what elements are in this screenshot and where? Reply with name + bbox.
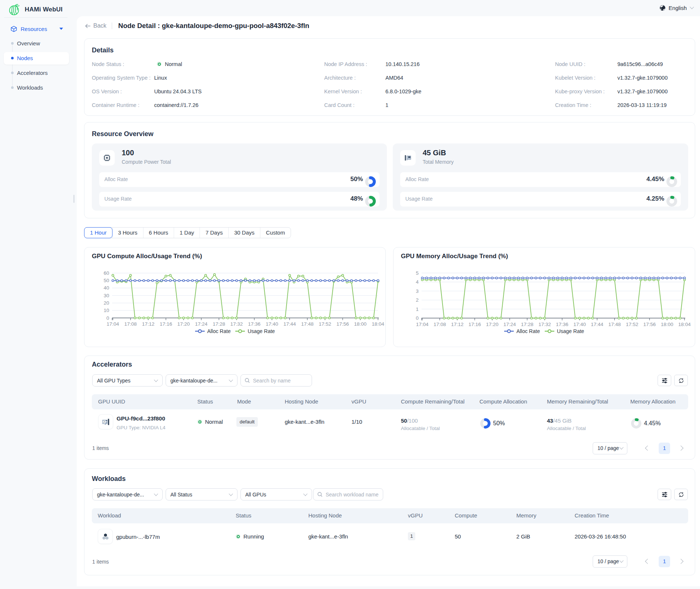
svg-text:17:32: 17:32	[538, 322, 551, 327]
svg-text:17:20: 17:20	[486, 322, 499, 327]
svg-text:18:04: 18:04	[372, 321, 384, 327]
svg-text:1: 1	[416, 306, 419, 312]
svg-text:3: 3	[416, 288, 419, 294]
svg-text:17:44: 17:44	[591, 322, 603, 327]
svg-text:17:08: 17:08	[434, 322, 446, 327]
svg-text:30: 30	[104, 293, 109, 298]
svg-text:17:16: 17:16	[468, 322, 481, 327]
svg-text:50: 50	[104, 278, 109, 283]
svg-text:5: 5	[416, 270, 419, 276]
svg-text:17:36: 17:36	[556, 322, 568, 327]
svg-text:17:08: 17:08	[124, 321, 137, 327]
svg-text:20: 20	[104, 300, 109, 306]
svg-text:17:52: 17:52	[626, 322, 638, 327]
svg-text:17:36: 17:36	[248, 321, 261, 327]
svg-text:17:40: 17:40	[573, 322, 586, 327]
svg-text:40: 40	[104, 285, 109, 291]
svg-text:17:48: 17:48	[301, 321, 313, 327]
svg-text:17:56: 17:56	[336, 321, 349, 327]
svg-text:17:28: 17:28	[213, 321, 225, 327]
svg-text:17:48: 17:48	[609, 322, 621, 327]
svg-text:0: 0	[106, 315, 109, 321]
svg-text:18:04: 18:04	[678, 322, 691, 327]
svg-text:2: 2	[416, 297, 419, 303]
svg-text:17:20: 17:20	[177, 321, 190, 327]
svg-text:18:00: 18:00	[354, 321, 367, 327]
svg-text:17:52: 17:52	[319, 321, 331, 327]
svg-text:10: 10	[104, 308, 109, 313]
svg-text:17:04: 17:04	[416, 322, 429, 327]
svg-text:17:32: 17:32	[231, 321, 243, 327]
svg-text:18:00: 18:00	[661, 322, 673, 327]
svg-text:17:12: 17:12	[451, 322, 464, 327]
svg-text:17:24: 17:24	[503, 322, 516, 327]
svg-text:0: 0	[416, 315, 419, 321]
svg-text:17:12: 17:12	[142, 321, 155, 327]
svg-text:17:40: 17:40	[266, 321, 278, 327]
svg-text:4: 4	[416, 279, 419, 285]
svg-text:60: 60	[104, 270, 109, 276]
svg-text:17:56: 17:56	[643, 322, 656, 327]
svg-text:17:44: 17:44	[283, 321, 296, 327]
svg-text:17:04: 17:04	[107, 321, 119, 327]
svg-text:17:24: 17:24	[195, 321, 208, 327]
svg-text:17:28: 17:28	[521, 322, 534, 327]
svg-text:17:16: 17:16	[160, 321, 172, 327]
